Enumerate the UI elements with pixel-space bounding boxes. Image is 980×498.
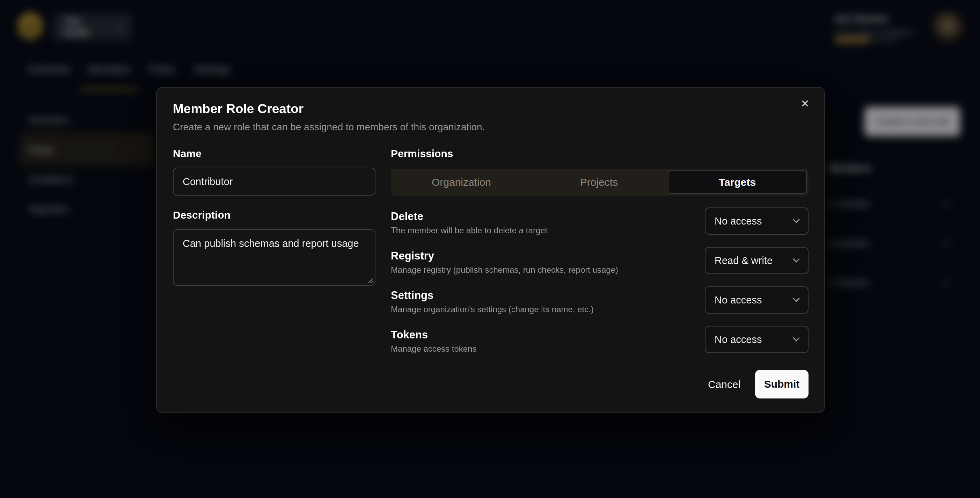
chevron-down-icon (793, 295, 800, 302)
permission-row-registry: Registry Manage registry (publish schema… (391, 247, 808, 275)
permission-text: Settings Manage organization's settings … (391, 286, 594, 314)
tab-organization[interactable]: Organization (393, 170, 530, 194)
resize-handle-icon[interactable] (366, 276, 373, 283)
permission-row-settings: Settings Manage organization's settings … (391, 286, 808, 314)
submit-button[interactable]: Submit (755, 370, 808, 398)
tab-targets[interactable]: Targets (668, 170, 807, 194)
permission-row-delete: Delete The member will be able to delete… (391, 207, 808, 235)
tab-projects[interactable]: Projects (530, 170, 668, 194)
chevron-down-icon (793, 334, 800, 342)
permission-description: Manage access tokens (391, 344, 476, 354)
chevron-down-icon (793, 216, 800, 223)
permission-text: Tokens Manage access tokens (391, 326, 476, 354)
selected-value: Read & write (714, 255, 773, 266)
tokens-access-select[interactable]: No access (705, 326, 808, 353)
permission-description: The member will be able to delete a targ… (391, 226, 547, 235)
description-textarea[interactable]: Can publish schemas and report usage (173, 229, 375, 286)
registry-access-select[interactable]: Read & write (705, 247, 808, 274)
cancel-button[interactable]: Cancel (708, 378, 740, 391)
settings-access-select[interactable]: No access (705, 286, 808, 313)
chevron-down-icon (793, 256, 800, 263)
permission-description: Manage organization's settings (change i… (391, 304, 594, 314)
description-label: Description (173, 209, 231, 221)
permissions-tabs: Organization Projects Targets (391, 169, 808, 196)
permission-title: Registry (391, 250, 618, 262)
permission-title: Tokens (391, 329, 476, 341)
name-input[interactable] (173, 168, 375, 196)
dialog-title: Member Role Creator (173, 102, 304, 116)
delete-access-select[interactable]: No access (705, 207, 808, 235)
dialog-subtitle: Create a new role that can be assigned t… (173, 121, 485, 133)
member-role-creator-dialog: Member Role Creator Create a new role th… (156, 87, 825, 413)
close-icon[interactable]: ✕ (797, 95, 813, 111)
selected-value: No access (714, 215, 762, 227)
selected-value: No access (714, 294, 762, 306)
permission-description: Manage registry (publish schemas, run ch… (391, 265, 618, 275)
name-label: Name (173, 148, 202, 160)
permission-text: Registry Manage registry (publish schema… (391, 247, 618, 275)
description-field-wrap: Can publish schemas and report usage (173, 229, 375, 286)
selected-value: No access (714, 334, 762, 345)
permission-title: Settings (391, 289, 594, 302)
permission-row-tokens: Tokens Manage access tokens No access (391, 326, 808, 354)
permission-title: Delete (391, 210, 547, 223)
permissions-label: Permissions (391, 148, 453, 160)
permission-text: Delete The member will be able to delete… (391, 207, 547, 235)
